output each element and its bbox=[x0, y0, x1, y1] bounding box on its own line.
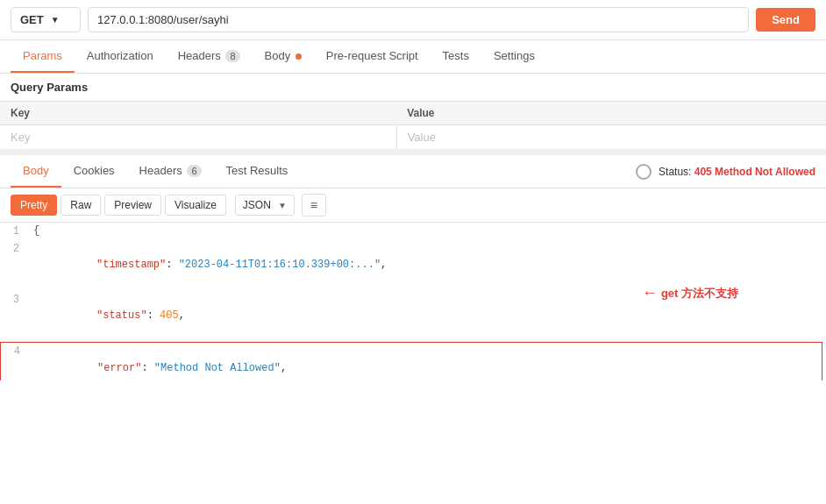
param-value-cell[interactable]: Value bbox=[396, 125, 826, 150]
tab-params[interactable]: Params bbox=[11, 40, 75, 73]
code-line-1: 1 { bbox=[0, 223, 826, 240]
response-status-area: Status: 405 Method Not Allowed bbox=[636, 164, 815, 180]
code-wrapper: 1 { 2 "timestamp": "2023-04-11T01:16:10.… bbox=[0, 223, 826, 380]
tab-cookies[interactable]: Cookies bbox=[61, 155, 127, 188]
headers-badge: 8 bbox=[225, 50, 239, 62]
tab-authorization[interactable]: Authorization bbox=[75, 40, 166, 73]
url-input[interactable] bbox=[88, 7, 749, 32]
format-bar: Pretty Raw Preview Visualize JSON ▼ ≡ bbox=[0, 188, 826, 223]
annotation-text: get 方法不支持 bbox=[661, 286, 738, 302]
body-dot bbox=[296, 53, 302, 60]
response-tabs: Body Cookies Headers 6 Test Results Stat… bbox=[0, 155, 826, 188]
param-key-cell[interactable]: Key bbox=[0, 125, 396, 150]
arrow-icon: ← bbox=[642, 284, 658, 302]
tab-body[interactable]: Body bbox=[253, 40, 314, 73]
method-label: GET bbox=[20, 13, 44, 26]
format-chevron-icon: ▼ bbox=[278, 201, 287, 210]
fmt-raw[interactable]: Raw bbox=[61, 195, 101, 216]
method-select[interactable]: GET ▼ bbox=[11, 7, 81, 32]
tab-settings[interactable]: Settings bbox=[481, 40, 547, 73]
annotation: ← get 方法不支持 bbox=[642, 284, 738, 302]
status-value: 405 Method Not Allowed bbox=[694, 166, 815, 178]
top-bar: GET ▼ Send bbox=[0, 0, 826, 40]
chevron-down-icon: ▼ bbox=[51, 15, 60, 25]
params-table: Key Value Key Value bbox=[0, 101, 826, 150]
send-button[interactable]: Send bbox=[756, 8, 815, 32]
table-row: Key Value bbox=[0, 125, 826, 150]
globe-icon bbox=[636, 164, 652, 180]
col-value: Value bbox=[396, 102, 826, 125]
tab-response-headers[interactable]: Headers 6 bbox=[127, 155, 214, 188]
tab-response-body[interactable]: Body bbox=[11, 155, 61, 188]
tab-headers[interactable]: Headers 8 bbox=[166, 40, 253, 73]
response-section: Body Cookies Headers 6 Test Results Stat… bbox=[0, 150, 826, 380]
tab-test-results[interactable]: Test Results bbox=[214, 155, 301, 188]
request-tabs: Params Authorization Headers 8 Body Pre-… bbox=[0, 40, 826, 74]
col-key: Key bbox=[0, 102, 396, 125]
tab-tests[interactable]: Tests bbox=[431, 40, 481, 73]
fmt-pretty[interactable]: Pretty bbox=[11, 195, 57, 216]
response-headers-badge: 6 bbox=[187, 165, 201, 177]
query-params-header: Query Params bbox=[0, 74, 826, 101]
tab-pre-request[interactable]: Pre-request Script bbox=[314, 40, 431, 73]
code-line-4: 4 "error": "Method Not Allowed", bbox=[0, 342, 822, 380]
wrap-icon[interactable]: ≡ bbox=[302, 194, 326, 217]
fmt-preview[interactable]: Preview bbox=[104, 195, 161, 216]
fmt-visualize[interactable]: Visualize bbox=[165, 195, 226, 216]
status-label: Status: 405 Method Not Allowed bbox=[659, 166, 815, 178]
format-type-select[interactable]: JSON ▼ bbox=[235, 195, 295, 216]
